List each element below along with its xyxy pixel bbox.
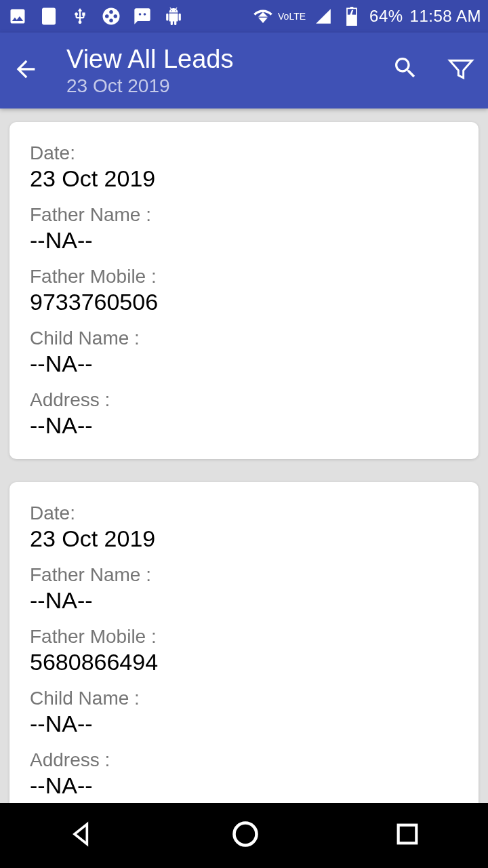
field-label-father-name: Father Name :: [30, 564, 458, 586]
message-icon: [131, 5, 153, 27]
search-button[interactable]: [392, 54, 419, 87]
lead-card[interactable]: Date: 23 Oct 2019 Father Name : --NA-- F…: [9, 482, 479, 803]
field-value-date: 23 Oct 2019: [30, 165, 458, 192]
film-icon: [100, 5, 122, 27]
android-icon: [163, 5, 184, 27]
field-value-father-mobile: 9733760506: [30, 289, 458, 315]
page-title: View All Leads: [66, 45, 365, 74]
back-button[interactable]: [12, 56, 39, 85]
field-label-date: Date:: [30, 142, 458, 164]
signal-icon: [312, 5, 334, 27]
picture-icon: [7, 5, 28, 27]
field-value-child-name: --NA--: [30, 351, 458, 377]
field-value-child-name: --NA--: [30, 711, 458, 737]
wifi-icon: [252, 5, 274, 27]
svg-point-3: [105, 14, 109, 18]
svg-point-2: [109, 19, 113, 23]
svg-point-1: [109, 10, 113, 14]
file-icon: [38, 5, 60, 27]
field-label-father-mobile: Father Mobile :: [30, 266, 458, 288]
filter-button[interactable]: [446, 54, 476, 87]
lead-card[interactable]: Date: 23 Oct 2019 Father Name : --NA-- F…: [9, 122, 479, 459]
navigation-bar: [0, 803, 488, 868]
svg-rect-10: [399, 825, 417, 844]
field-label-father-mobile: Father Mobile :: [30, 626, 458, 648]
svg-rect-7: [350, 7, 354, 8]
field-label-child-name: Child Name :: [30, 328, 458, 349]
clock: 11:58 AM: [410, 7, 481, 26]
field-value-date: 23 Oct 2019: [30, 526, 458, 552]
nav-home-button[interactable]: [230, 819, 260, 852]
svg-point-9: [234, 823, 256, 846]
field-value-father-name: --NA--: [30, 227, 458, 254]
battery-percent: 64%: [369, 7, 403, 26]
svg-point-4: [114, 14, 118, 18]
volte-label: VoLTE: [278, 11, 306, 22]
usb-icon: [69, 5, 91, 27]
battery-icon: [341, 5, 363, 27]
field-label-address: Address :: [30, 389, 458, 411]
field-value-father-mobile: 5680866494: [30, 649, 458, 675]
field-value-address: --NA--: [30, 412, 458, 439]
app-bar: View All Leads 23 Oct 2019: [0, 33, 488, 108]
field-label-child-name: Child Name :: [30, 688, 458, 709]
leads-list[interactable]: Date: 23 Oct 2019 Father Name : --NA-- F…: [0, 108, 488, 803]
page-subtitle: 23 Oct 2019: [66, 75, 365, 97]
status-bar: VoLTE 64% 11:58 AM: [0, 0, 488, 33]
nav-back-button[interactable]: [67, 819, 97, 852]
field-label-date: Date:: [30, 502, 458, 524]
field-label-address: Address :: [30, 749, 458, 771]
nav-recent-button[interactable]: [394, 821, 421, 850]
field-label-father-name: Father Name :: [30, 204, 458, 226]
field-value-address: --NA--: [30, 772, 458, 799]
field-value-father-name: --NA--: [30, 587, 458, 614]
